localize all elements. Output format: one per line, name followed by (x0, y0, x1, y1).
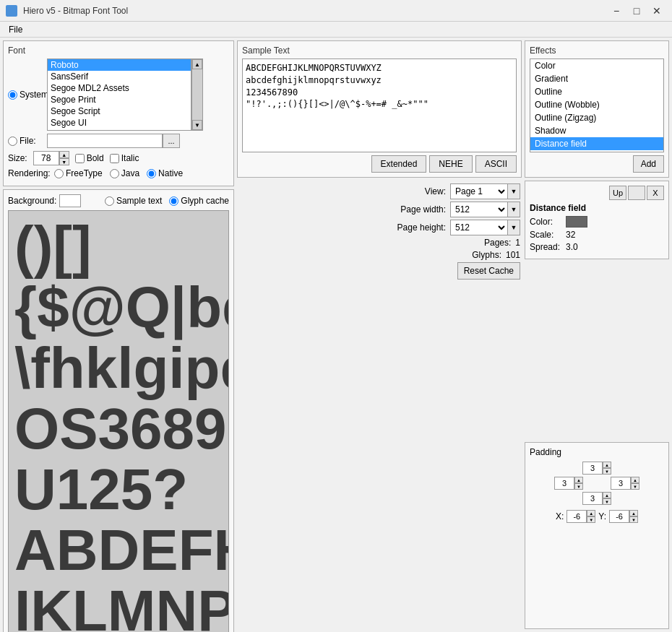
df-x-button[interactable]: X (647, 186, 664, 200)
sample-text-radio-label[interactable]: Sample text (105, 196, 162, 206)
padding-bottom-input[interactable] (582, 492, 603, 505)
italic-checkbox-label[interactable]: Italic (110, 153, 139, 163)
nehe-button[interactable]: NEHE (429, 155, 472, 173)
file-menu[interactable]: File (3, 23, 28, 36)
size-label: Size: (8, 153, 27, 163)
effect-distance-field[interactable]: Distance field (530, 137, 663, 150)
app-title: Hiero v5 - Bitmap Font Tool (23, 6, 128, 16)
scroll-down-btn[interactable]: ▼ (192, 120, 202, 130)
font-list[interactable]: Roboto SansSerif Segoe MDL2 Assets Segoe… (47, 59, 191, 131)
page-height-select[interactable]: 512 (450, 220, 508, 235)
font-list-scrollbar[interactable]: ▲ ▼ (191, 59, 203, 131)
y-up[interactable]: ▲ (629, 510, 638, 516)
browse-button[interactable]: ... (163, 134, 180, 148)
rendering-options: FreeType Java Native (54, 168, 183, 178)
padding-right-input[interactable] (611, 477, 631, 490)
italic-label: Italic (121, 153, 139, 163)
display-mode-radios: Sample text Glyph cache (105, 196, 229, 206)
freetype-radio[interactable] (54, 169, 64, 178)
right-panel: Effects Color Gradient Outline Outline (… (525, 40, 669, 629)
java-radio[interactable] (110, 169, 119, 178)
file-label: File: (20, 136, 36, 146)
font-item-segoe-script[interactable]: Segoe Script (48, 105, 191, 117)
font-item-segoe-mdl2[interactable]: Segoe MDL2 Assets (48, 82, 191, 94)
view-select-arrow[interactable]: ▼ (507, 183, 520, 199)
glyph-cache-radio-text: Glyph cache (181, 196, 229, 206)
df-color-swatch[interactable] (566, 216, 587, 228)
page-width-arrow[interactable]: ▼ (507, 202, 520, 217)
padding-bottom-up[interactable]: ▲ (603, 492, 611, 498)
bold-checkbox-label[interactable]: Bold (75, 153, 104, 163)
size-input[interactable] (33, 151, 59, 165)
view-select[interactable]: Page 1 (450, 183, 508, 199)
font-item-roboto[interactable]: Roboto (48, 59, 191, 71)
effects-list[interactable]: Color Gradient Outline Outline (Wobble) … (530, 59, 664, 152)
scroll-up-btn[interactable]: ▲ (192, 59, 202, 69)
background-color-swatch[interactable] (59, 194, 81, 207)
glyphs-value: 101 (506, 250, 520, 260)
xy-row: X: ▲ ▼ Y: ▲ ▼ (556, 510, 638, 523)
y-down[interactable]: ▼ (629, 516, 638, 523)
size-up-btn[interactable]: ▲ (59, 151, 69, 158)
effect-gradient[interactable]: Gradient (530, 72, 663, 85)
java-label[interactable]: Java (110, 168, 139, 178)
effect-outline[interactable]: Outline (530, 85, 663, 98)
y-input[interactable] (609, 510, 629, 523)
window-controls: − □ ✕ (607, 4, 666, 18)
df-spread-value: 3.0 (566, 242, 578, 252)
bold-checkbox[interactable] (75, 154, 85, 163)
padding-top-input[interactable] (582, 462, 603, 475)
glyph-cache-radio-label[interactable]: Glyph cache (169, 196, 229, 206)
rendering-display-section: Background: Sample text Glyph cache (3, 189, 234, 632)
freetype-label[interactable]: FreeType (54, 168, 103, 178)
padding-left-up[interactable]: ▲ (574, 477, 583, 483)
size-spinner: ▲ ▼ (33, 151, 69, 165)
native-radio[interactable] (147, 169, 156, 178)
df-up-button[interactable]: Up (609, 186, 626, 200)
file-radio[interactable] (8, 137, 17, 146)
system-radio[interactable] (8, 90, 17, 100)
minimize-button[interactable]: − (607, 4, 626, 18)
effect-outline-wobble[interactable]: Outline (Wobble) (530, 98, 663, 111)
file-path-input[interactable] (47, 134, 163, 148)
view-label: View: (425, 186, 446, 196)
font-item-segoe-ui[interactable]: Segoe UI (48, 117, 191, 129)
padding-bottom-down[interactable]: ▼ (603, 498, 611, 505)
native-label[interactable]: Native (147, 168, 183, 178)
font-item-segoe-print[interactable]: Segoe Print (48, 94, 191, 105)
df-empty-button[interactable] (628, 186, 645, 200)
ascii-button[interactable]: ASCII (475, 155, 517, 173)
padding-right-up[interactable]: ▲ (631, 477, 639, 483)
padding-left-down[interactable]: ▼ (574, 483, 583, 490)
add-effect-button[interactable]: Add (633, 155, 664, 173)
sample-text-display[interactable]: ABCDEFGHIJKLMNOPQRSTUVWXYZ abcdefghijklm… (242, 59, 517, 152)
glyph-cache-radio[interactable] (169, 196, 178, 206)
x-down[interactable]: ▼ (587, 516, 595, 523)
effect-color[interactable]: Color (530, 59, 663, 72)
padding-top-up[interactable]: ▲ (603, 462, 611, 468)
page-height-arrow[interactable]: ▼ (507, 220, 520, 235)
file-radio-label[interactable]: File: (8, 136, 47, 146)
sample-text-radio[interactable] (105, 196, 114, 206)
padding-top-down[interactable]: ▼ (603, 468, 611, 475)
view-select-container: Page 1 ▼ (450, 183, 520, 199)
effect-outline-zigzag[interactable]: Outline (Zigzag) (530, 111, 663, 124)
size-down-btn[interactable]: ▼ (59, 158, 69, 165)
x-up[interactable]: ▲ (587, 510, 595, 516)
x-input[interactable] (567, 510, 587, 523)
page-width-select[interactable]: 512 (450, 202, 508, 217)
page-height-container: 512 ▼ (450, 220, 520, 235)
extended-button[interactable]: Extended (371, 155, 427, 173)
sample-text-section: Sample Text ABCDEFGHIJKLMNOPQRSTUVWXYZ a… (237, 40, 522, 178)
padding-right-down[interactable]: ▼ (631, 483, 639, 490)
effect-shadow[interactable]: Shadow (530, 124, 663, 137)
padding-bottom-row: ▲ ▼ (542, 492, 652, 505)
padding-left-input[interactable] (554, 477, 574, 490)
close-button[interactable]: ✕ (647, 4, 666, 18)
menu-bar: File (0, 22, 672, 38)
font-item-sansserif[interactable]: SansSerif (48, 71, 191, 82)
italic-checkbox[interactable] (110, 154, 119, 163)
system-radio-label[interactable]: System: (8, 90, 47, 100)
reset-cache-button[interactable]: Reset Cache (457, 262, 520, 280)
maximize-button[interactable]: □ (627, 4, 646, 18)
